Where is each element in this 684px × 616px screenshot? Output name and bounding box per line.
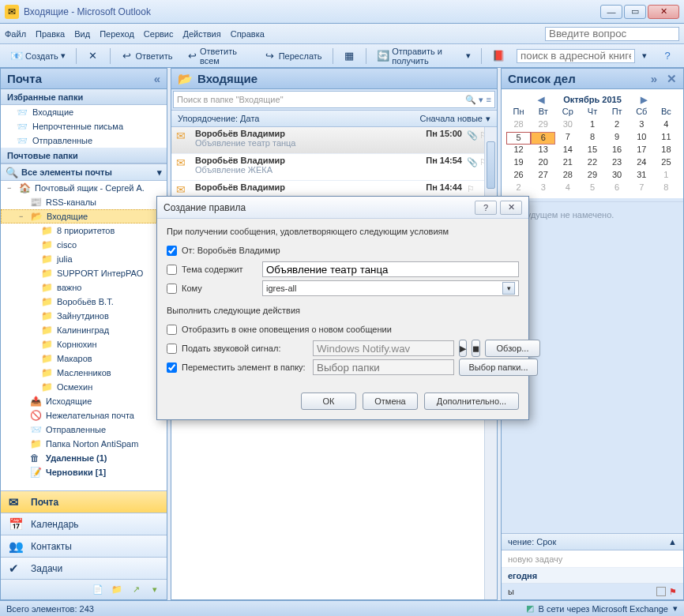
calendar-day[interactable]: 6 <box>605 182 630 195</box>
menu-edit[interactable]: Правка <box>36 29 65 39</box>
advanced-button[interactable]: Дополнительно... <box>424 393 519 410</box>
tree-item[interactable]: 📁Масленников <box>1 366 167 380</box>
calendar-day[interactable]: 29 <box>531 119 555 132</box>
address-search-dropdown[interactable]: ▾ <box>637 47 652 65</box>
calendar-day[interactable]: 19 <box>506 157 531 170</box>
notes-icon[interactable]: 📄 <box>91 583 105 597</box>
calendar-day[interactable]: 2 <box>605 119 630 132</box>
calendar-day[interactable]: 28 <box>506 119 531 132</box>
close-todo-icon[interactable]: ✕ <box>667 72 677 86</box>
shortcuts-icon[interactable]: ↗ <box>129 583 143 597</box>
send-receive-button[interactable]: 🔄Отправить и получить▾ <box>371 47 476 65</box>
sort-bar[interactable]: Упорядочение: Дата Сначала новые▾ <box>171 110 497 127</box>
menu-go[interactable]: Переход <box>100 29 134 39</box>
reply-all-button[interactable]: ↩Ответить всем <box>182 47 255 65</box>
tree-item[interactable]: 📝Черновики [1] <box>1 465 167 479</box>
nav-contacts[interactable]: 👥Контакты <box>1 535 167 557</box>
search-options-icon[interactable]: ≡ <box>487 95 491 104</box>
calendar-day[interactable]: 14 <box>555 145 580 157</box>
calendar-day[interactable]: 2 <box>506 182 531 195</box>
address-book-button[interactable]: 📕 <box>487 47 510 65</box>
calendar-day[interactable]: 16 <box>605 145 630 157</box>
calendar-day[interactable]: 29 <box>580 170 604 182</box>
favorites-header[interactable]: Избранные папки <box>1 89 167 105</box>
stop-button[interactable]: ◼ <box>472 340 480 357</box>
favorite-folder[interactable]: 📨Отправленные <box>1 133 167 148</box>
calendar-day[interactable]: 5 <box>580 182 604 195</box>
menu-tools[interactable]: Сервис <box>144 29 174 39</box>
maximize-button[interactable]: ▭ <box>624 5 646 19</box>
subject-input[interactable] <box>262 261 519 277</box>
calendar-day[interactable]: 20 <box>531 157 555 170</box>
subject-checkbox[interactable] <box>167 265 177 275</box>
dialog-titlebar[interactable]: Создание правила ? ✕ <box>157 197 528 219</box>
month-label[interactable]: Октябрь 2015 <box>563 95 622 104</box>
favorite-folder[interactable]: 📨Входящие <box>1 105 167 119</box>
mail-folders-header[interactable]: Почтовые папки <box>1 148 167 163</box>
menu-file[interactable]: Файл <box>5 29 26 39</box>
ok-button[interactable]: ОК <box>301 393 356 410</box>
calendar-day[interactable]: 26 <box>506 170 531 182</box>
all-mail-items[interactable]: 🔍 Все элементы почты ▾ <box>1 163 167 181</box>
help-button[interactable]: ? <box>656 47 679 65</box>
nav-calendar[interactable]: 📅Календарь <box>1 513 167 535</box>
from-checkbox[interactable] <box>167 246 177 256</box>
task-item[interactable]: ы ⚑ <box>502 584 683 599</box>
cancel-button[interactable]: Отмена <box>363 393 418 410</box>
calendar-day[interactable]: 7 <box>555 132 580 145</box>
tree-item[interactable]: 📁Калининград <box>1 323 167 337</box>
close-button[interactable]: ✕ <box>648 5 679 19</box>
calendar-day[interactable]: 5 <box>506 132 531 145</box>
browse-button[interactable]: Обзор... <box>485 340 540 357</box>
calendar-day[interactable]: 30 <box>605 170 630 182</box>
nav-tasks[interactable]: ✔Задачи <box>1 557 167 579</box>
tree-item[interactable]: 📁Папка Norton AntiSpam <box>1 437 167 451</box>
tree-item[interactable]: 📁важно <box>1 280 167 295</box>
task-sort-bar[interactable]: чение: Срок▲ <box>502 533 683 550</box>
tree-item[interactable]: 📁Макаров <box>1 351 167 366</box>
calendar-day[interactable]: 4 <box>654 119 678 132</box>
message-row[interactable]: ✉Воробьёв ВладимирПн 15:00Объявление теа… <box>171 127 497 154</box>
new-task-input[interactable]: новую задачу <box>502 550 683 568</box>
ask-question-input[interactable] <box>545 27 679 41</box>
tree-item[interactable]: 📁Корнюхин <box>1 337 167 351</box>
message-row[interactable]: ✉Воробьёв ВладимирПн 14:54Объявление ЖЕК… <box>171 154 497 181</box>
collapse-nav-icon[interactable]: « <box>154 72 160 85</box>
folder-search[interactable]: Поиск в папке "Входящие" 🔍 ▾ ≡ <box>173 91 495 108</box>
move-checkbox[interactable] <box>167 362 177 373</box>
calendar-day[interactable]: 3 <box>531 182 555 195</box>
address-search-input[interactable] <box>517 49 635 63</box>
calendar-day[interactable]: 8 <box>580 132 604 145</box>
calendar-day[interactable]: 27 <box>531 170 555 182</box>
calendar-day[interactable]: 6 <box>531 132 555 145</box>
calendar-day[interactable]: 18 <box>654 145 678 157</box>
create-button[interactable]: 📧Создать▾ <box>5 47 71 65</box>
calendar-day[interactable]: 17 <box>630 145 654 157</box>
tree-item[interactable]: 📁julia <box>1 252 167 266</box>
prev-month-button[interactable]: ◀ <box>538 95 544 105</box>
flag-icon[interactable]: ⚑ <box>669 587 677 597</box>
calendar-day[interactable]: 31 <box>630 170 654 182</box>
calendar-day[interactable]: 8 <box>654 182 678 195</box>
dialog-close-button[interactable]: ✕ <box>500 201 522 215</box>
tree-item[interactable]: 📁Зайнутдинов <box>1 309 167 323</box>
checkbox-icon[interactable] <box>656 587 666 596</box>
tree-item[interactable]: 📨Отправленные <box>1 423 167 437</box>
calendar-day[interactable]: 7 <box>630 182 654 195</box>
tree-item[interactable]: −🏠Почтовый ящик - Сергей А. <box>1 181 167 195</box>
tree-item[interactable]: −📂Входящие <box>1 209 167 223</box>
tree-item[interactable]: 🚫Нежелательная почта <box>1 408 167 423</box>
dialog-help-button[interactable]: ? <box>475 201 497 215</box>
next-month-button[interactable]: ▶ <box>641 95 647 105</box>
calendar-day[interactable]: 3 <box>630 119 654 132</box>
calendar-day[interactable]: 25 <box>654 157 678 170</box>
calendar-day[interactable]: 10 <box>630 132 654 145</box>
alert-checkbox[interactable] <box>167 325 177 335</box>
tree-item[interactable]: 📁cisco <box>1 238 167 252</box>
reply-button[interactable]: ↩Ответить <box>115 47 179 65</box>
minimize-button[interactable]: — <box>600 5 622 19</box>
folder-list-icon[interactable]: 📁 <box>110 583 124 597</box>
forward-button[interactable]: ↪Переслать <box>258 47 328 65</box>
calendar-day[interactable]: 28 <box>555 170 580 182</box>
categorize-button[interactable]: ▦ <box>337 47 361 65</box>
